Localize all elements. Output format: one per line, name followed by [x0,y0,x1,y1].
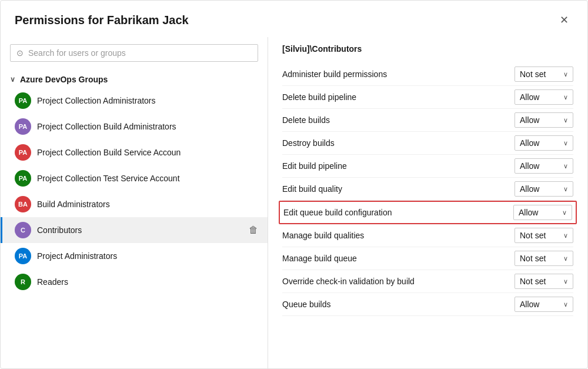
permission-row: Edit build pipeline Allow ∨ [282,155,573,178]
avatar: PA [15,170,31,187]
permission-select[interactable]: Not set ∨ [514,67,573,82]
permission-label: Manage build qualities [282,231,364,240]
permission-row: Destroy builds Allow ∨ [282,132,573,155]
permission-value: Allow [520,161,539,171]
permission-select[interactable]: Allow ∨ [514,89,573,105]
delete-icon[interactable]: 🗑 [249,225,258,235]
dialog-header: Permissions for Fabrikam Jack ✕ [1,1,587,37]
permission-value: Not set [520,69,546,79]
permission-value: Not set [520,277,546,286]
permission-value: Allow [519,208,538,217]
group-item[interactable]: R Readers [1,269,268,295]
permission-label: Delete builds [282,115,330,125]
permission-select[interactable]: Not set ∨ [514,274,573,289]
permission-row: Override check-in validation by build No… [282,270,573,293]
avatar: BA [15,196,31,212]
group-section-label: Azure DevOps Groups [20,75,108,84]
permission-row: Queue builds Allow ∨ [282,293,573,316]
selected-group-title: [Silviu]\Contributors [282,44,573,54]
permission-select[interactable]: Allow ∨ [514,135,573,151]
chevron-down-icon: ∨ [563,255,568,262]
chevron-down-icon: ∨ [563,71,568,78]
group-name: Project Collection Test Service Account [37,174,258,183]
chevron-down-icon: ∨ [563,117,568,124]
permission-label: Destroy builds [282,138,335,148]
close-button[interactable]: ✕ [555,12,573,28]
group-item[interactable]: PA Project Collection Build Service Acco… [1,139,268,165]
permission-row: Delete build pipeline Allow ∨ [282,86,573,109]
search-icon: ⊙ [16,48,24,58]
chevron-down-icon: ∨ [10,75,15,84]
permission-select[interactable]: Not set ∨ [514,228,573,243]
avatar: PA [15,248,31,264]
permission-select[interactable]: Allow ∨ [514,181,573,197]
permission-label: Administer build permissions [282,69,387,79]
avatar: R [15,274,31,290]
permission-row: Edit build quality Allow ∨ [282,178,573,201]
group-item[interactable]: PA Project Administrators [1,243,268,269]
group-name: Project Collection Build Service Accoun [37,148,258,157]
permission-value: Allow [520,184,539,194]
chevron-down-icon: ∨ [563,278,568,285]
chevron-down-icon: ∨ [563,139,568,147]
permission-row: Manage build queue Not set ∨ [282,247,573,270]
permission-select[interactable]: Allow ∨ [513,205,572,220]
group-name: Project Collection Build Administrators [37,122,258,131]
right-panel: [Silviu]\Contributors Administer build p… [268,37,587,368]
group-name: Project Administrators [37,251,258,261]
search-box[interactable]: ⊙ Search for users or groups [10,44,258,62]
permission-value: Not set [520,254,546,263]
permission-label: Edit build pipeline [282,161,347,171]
permission-label: Edit queue build configuration [283,208,392,217]
chevron-down-icon: ∨ [563,185,568,193]
dialog-title: Permissions for Fabrikam Jack [15,14,189,27]
permission-label: Edit build quality [282,184,342,194]
avatar: C [15,222,31,238]
chevron-down-icon: ∨ [563,301,568,308]
permission-select[interactable]: Allow ∨ [514,297,573,312]
chevron-down-icon: ∨ [563,232,568,240]
permission-label: Delete build pipeline [282,92,356,102]
permission-row: Administer build permissions Not set ∨ [282,63,573,86]
group-name: Project Collection Administrators [37,96,258,105]
chevron-down-icon: ∨ [563,94,568,101]
left-panel: ⊙ Search for users or groups ∨ Azure Dev… [1,37,268,368]
group-name: Build Administrators [37,200,258,209]
group-section-header[interactable]: ∨ Azure DevOps Groups [1,71,268,88]
group-name: Readers [37,277,258,287]
permissions-list: Administer build permissions Not set ∨ D… [282,63,573,316]
permission-row: Delete builds Allow ∨ [282,109,573,132]
group-item[interactable]: PA Project Collection Test Service Accou… [1,165,268,191]
search-placeholder: Search for users or groups [28,48,126,58]
group-item[interactable]: PA Project Collection Administrators [1,88,268,114]
permission-value: Allow [520,115,539,125]
group-item[interactable]: BA Build Administrators [1,191,268,217]
avatar: PA [15,92,31,109]
permission-value: Not set [520,231,546,240]
chevron-down-icon: ∨ [562,209,567,217]
group-item[interactable]: PA Project Collection Build Administrato… [1,114,268,139]
permission-value: Allow [520,92,539,102]
permission-select[interactable]: Not set ∨ [514,251,573,266]
avatar: PA [15,144,31,161]
group-item[interactable]: C Contributors 🗑 [1,217,268,243]
permissions-dialog: Permissions for Fabrikam Jack ✕ ⊙ Search… [0,0,588,369]
permission-value: Allow [520,138,539,148]
dialog-body: ⊙ Search for users or groups ∨ Azure Dev… [1,37,587,368]
permission-select[interactable]: Allow ∨ [514,158,573,174]
group-list: PA Project Collection Administrators PA … [1,88,268,295]
permission-select[interactable]: Allow ∨ [514,112,573,128]
permission-label: Manage build queue [282,254,357,263]
permission-row: Edit queue build configuration Allow ∨ [279,201,577,224]
permission-label: Queue builds [282,300,331,309]
permission-row: Manage build qualities Not set ∨ [282,224,573,247]
permission-label: Override check-in validation by build [282,277,415,286]
group-name: Contributors [37,225,243,235]
chevron-down-icon: ∨ [563,162,568,170]
permission-value: Allow [520,300,539,309]
avatar: PA [15,118,31,135]
